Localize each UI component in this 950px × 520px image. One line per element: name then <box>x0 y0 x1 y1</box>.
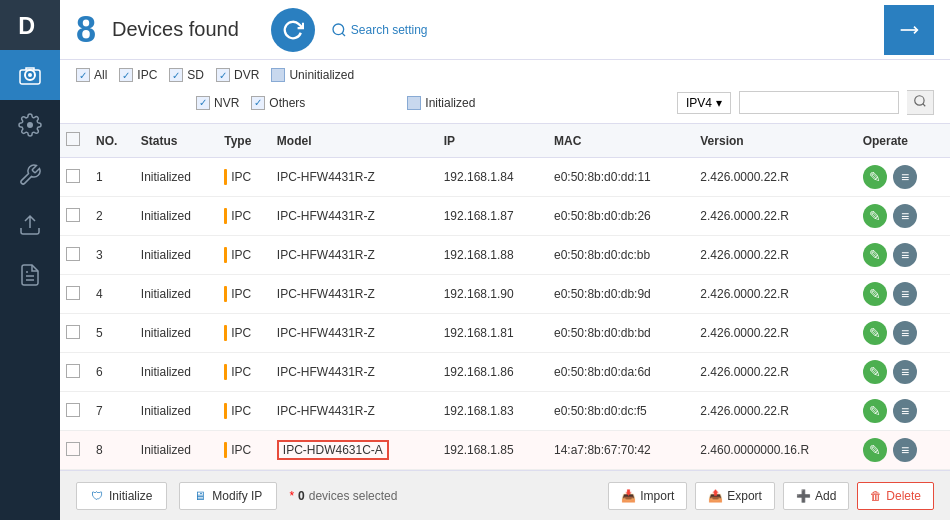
edit-button[interactable]: ✎ <box>863 165 887 189</box>
filter-others-checkbox[interactable] <box>251 96 265 110</box>
cell-type: IPC <box>218 197 271 236</box>
cell-ip: 192.168.1.83 <box>438 392 548 431</box>
filter-initialized[interactable]: Initialized <box>407 96 475 110</box>
info-button[interactable]: ≡ <box>893 204 917 228</box>
info-button[interactable]: ≡ <box>893 165 917 189</box>
type-label: IPC <box>231 443 251 457</box>
cell-status: Initialized <box>135 236 218 275</box>
cell-no: 4 <box>90 275 135 314</box>
table-row: 6 Initialized IPC IPC-HFW4431R-Z 192.168… <box>60 353 950 392</box>
filter-dvr[interactable]: DVR <box>216 68 259 82</box>
cell-type: IPC <box>218 314 271 353</box>
modify-ip-icon: 🖥 <box>194 489 206 503</box>
type-label: IPC <box>231 170 251 184</box>
modify-ip-label: Modify IP <box>212 489 262 503</box>
row-checkbox[interactable] <box>66 325 80 339</box>
info-button[interactable]: ≡ <box>893 360 917 384</box>
filter-sd[interactable]: SD <box>169 68 204 82</box>
filter-uninitialized-checkbox[interactable] <box>271 68 285 82</box>
search-input[interactable] <box>739 91 899 114</box>
initialize-button[interactable]: 🛡 Initialize <box>76 482 167 510</box>
filter-nvr[interactable]: NVR <box>196 96 239 110</box>
edit-button[interactable]: ✎ <box>863 282 887 306</box>
table-row: 2 Initialized IPC IPC-HFW4431R-Z 192.168… <box>60 197 950 236</box>
modify-ip-button[interactable]: 🖥 Modify IP <box>179 482 277 510</box>
col-type: Type <box>218 124 271 158</box>
cell-version: 2.460.0000000.16.R <box>694 431 856 470</box>
filter-dvr-checkbox[interactable] <box>216 68 230 82</box>
filter-all-checkbox[interactable] <box>76 68 90 82</box>
filter-all[interactable]: All <box>76 68 107 82</box>
sidebar-item-settings[interactable] <box>0 100 60 150</box>
shield-icon: 🛡 <box>91 489 103 503</box>
cell-operate: ✎ ≡ <box>857 275 950 314</box>
table-header-row: NO. Status Type Model IP MAC Version Ope… <box>60 124 950 158</box>
import-button[interactable]: 📥 Import <box>608 482 687 510</box>
cell-mac: e0:50:8b:d0:db:26 <box>548 197 694 236</box>
row-checkbox[interactable] <box>66 169 80 183</box>
edit-button[interactable]: ✎ <box>863 438 887 462</box>
filter-nvr-checkbox[interactable] <box>196 96 210 110</box>
filter-others[interactable]: Others <box>251 96 305 110</box>
row-checkbox[interactable] <box>66 286 80 300</box>
delete-button[interactable]: 🗑 Delete <box>857 482 934 510</box>
edit-button[interactable]: ✎ <box>863 399 887 423</box>
cell-status: Initialized <box>135 392 218 431</box>
cell-ip: 192.168.1.90 <box>438 275 548 314</box>
filter-uninitialized-label: Uninitialized <box>289 68 354 82</box>
filter-initialized-checkbox[interactable] <box>407 96 421 110</box>
highlighted-model: IPC-HDW4631C-A <box>277 440 389 460</box>
sidebar-item-tools[interactable] <box>0 150 60 200</box>
filter-ipc-checkbox[interactable] <box>119 68 133 82</box>
info-button[interactable]: ≡ <box>893 438 917 462</box>
sidebar-item-camera[interactable] <box>0 50 60 100</box>
info-button[interactable]: ≡ <box>893 399 917 423</box>
info-button[interactable]: ≡ <box>893 321 917 345</box>
cell-no: 3 <box>90 236 135 275</box>
table-row: 7 Initialized IPC IPC-HFW4431R-Z 192.168… <box>60 392 950 431</box>
edit-button[interactable]: ✎ <box>863 243 887 267</box>
device-table: NO. Status Type Model IP MAC Version Ope… <box>60 124 950 470</box>
edit-button[interactable]: ✎ <box>863 204 887 228</box>
col-version: Version <box>694 124 856 158</box>
sidebar: D <box>0 0 60 520</box>
ipv4-dropdown[interactable]: IPV4 ▾ <box>677 92 731 114</box>
edit-button[interactable]: ✎ <box>863 321 887 345</box>
sidebar-item-upload[interactable] <box>0 200 60 250</box>
search-setting-label: Search setting <box>351 23 428 37</box>
filter-others-label: Others <box>269 96 305 110</box>
filter-uninitialized[interactable]: Uninitialized <box>271 68 354 82</box>
search-setting-button[interactable]: Search setting <box>331 22 428 38</box>
type-label: IPC <box>231 365 251 379</box>
search-button[interactable] <box>907 90 934 115</box>
cell-type: IPC <box>218 158 271 197</box>
refresh-button[interactable] <box>271 8 315 52</box>
type-label: IPC <box>231 326 251 340</box>
info-button[interactable]: ≡ <box>893 243 917 267</box>
cell-no: 1 <box>90 158 135 197</box>
cell-no: 8 <box>90 431 135 470</box>
add-button[interactable]: ➕ Add <box>783 482 849 510</box>
cell-type: IPC <box>218 431 271 470</box>
table-row: 8 Initialized IPC IPC-HDW4631C-A 192.168… <box>60 431 950 470</box>
col-operate: Operate <box>857 124 950 158</box>
selected-count: 0 <box>298 489 305 503</box>
cell-status: Initialized <box>135 431 218 470</box>
select-all-checkbox[interactable] <box>66 132 80 146</box>
export-button[interactable]: 📤 Export <box>695 482 775 510</box>
row-checkbox[interactable] <box>66 364 80 378</box>
sidebar-item-document[interactable] <box>0 250 60 300</box>
cell-operate: ✎ ≡ <box>857 392 950 431</box>
edit-button[interactable]: ✎ <box>863 360 887 384</box>
cell-status: Initialized <box>135 158 218 197</box>
filter-ipc[interactable]: IPC <box>119 68 157 82</box>
row-checkbox[interactable] <box>66 403 80 417</box>
cell-status: Initialized <box>135 197 218 236</box>
row-checkbox[interactable] <box>66 442 80 456</box>
info-button[interactable]: ≡ <box>893 282 917 306</box>
row-checkbox[interactable] <box>66 247 80 261</box>
filter-sd-checkbox[interactable] <box>169 68 183 82</box>
row-checkbox[interactable] <box>66 208 80 222</box>
cell-status: Initialized <box>135 314 218 353</box>
type-label: IPC <box>231 248 251 262</box>
